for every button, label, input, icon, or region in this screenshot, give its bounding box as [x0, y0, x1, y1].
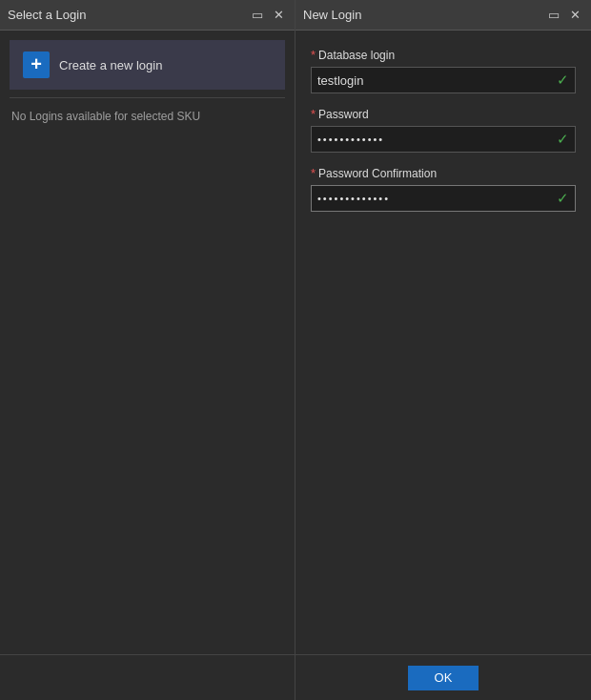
left-titlebar: Select a Login ▭ ✕	[0, 0, 295, 31]
left-titlebar-buttons: ▭ ✕	[249, 8, 287, 23]
required-star-3: *	[311, 166, 316, 180]
right-titlebar-buttons: ▭ ✕	[545, 8, 583, 23]
left-panel: Select a Login ▭ ✕ + Create a new login …	[0, 0, 296, 700]
left-close-button[interactable]: ✕	[270, 8, 287, 23]
db-login-input-wrapper: ✓	[311, 67, 576, 93]
create-new-login-button[interactable]: + Create a new login	[10, 40, 285, 90]
required-star-2: *	[311, 107, 316, 121]
create-login-label: Create a new login	[59, 58, 162, 72]
password-input-wrapper: ✓	[311, 126, 576, 153]
password-confirm-input-wrapper: ✓	[311, 185, 576, 212]
plus-icon-box: +	[23, 51, 50, 78]
right-minimize-button[interactable]: ▭	[545, 8, 562, 23]
password-check-icon: ✓	[557, 131, 569, 148]
password-group: * Password ✓	[311, 107, 576, 153]
left-panel-title: Select a Login	[8, 8, 86, 22]
password-confirm-group: * Password Confirmation ✓	[311, 166, 576, 212]
divider	[10, 97, 285, 98]
db-login-label: * Database login	[311, 48, 576, 62]
right-panel: New Login ▭ ✕ * Database login ✓	[296, 0, 591, 700]
password-label: * Password	[311, 107, 576, 121]
db-login-input[interactable]	[317, 68, 557, 93]
right-panel-content: * Database login ✓ * Password ✓	[296, 31, 591, 654]
password-input[interactable]	[317, 127, 557, 152]
left-panel-footer	[0, 654, 295, 700]
db-login-group: * Database login ✓	[311, 48, 576, 93]
ok-button[interactable]: OK	[408, 666, 479, 690]
right-panel-footer: OK	[296, 654, 591, 700]
left-panel-content: + Create a new login No Logins available…	[0, 31, 295, 654]
right-titlebar: New Login ▭ ✕	[296, 0, 591, 31]
dialogs-container: Select a Login ▭ ✕ + Create a new login …	[0, 0, 591, 700]
left-minimize-button[interactable]: ▭	[249, 8, 266, 23]
password-confirm-input[interactable]	[317, 186, 557, 211]
password-confirm-check-icon: ✓	[557, 190, 569, 207]
db-login-check-icon: ✓	[557, 72, 569, 89]
required-star-1: *	[311, 48, 316, 62]
password-confirm-label: * Password Confirmation	[311, 166, 576, 180]
no-logins-text: No Logins available for selected SKU	[10, 106, 285, 127]
plus-icon: +	[31, 54, 42, 73]
right-close-button[interactable]: ✕	[566, 8, 583, 23]
right-panel-title: New Login	[303, 8, 361, 22]
